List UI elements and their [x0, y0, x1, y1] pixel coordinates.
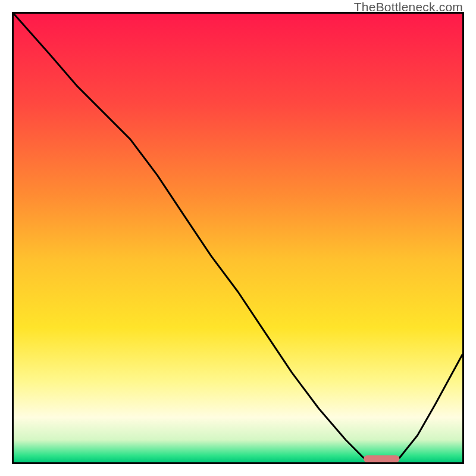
bottleneck-curve — [14, 14, 462, 462]
chart-frame: TheBottleneck.com — [0, 0, 476, 476]
chart-overlay — [14, 14, 462, 462]
optimal-marker — [364, 455, 399, 462]
plot-area — [12, 12, 464, 464]
